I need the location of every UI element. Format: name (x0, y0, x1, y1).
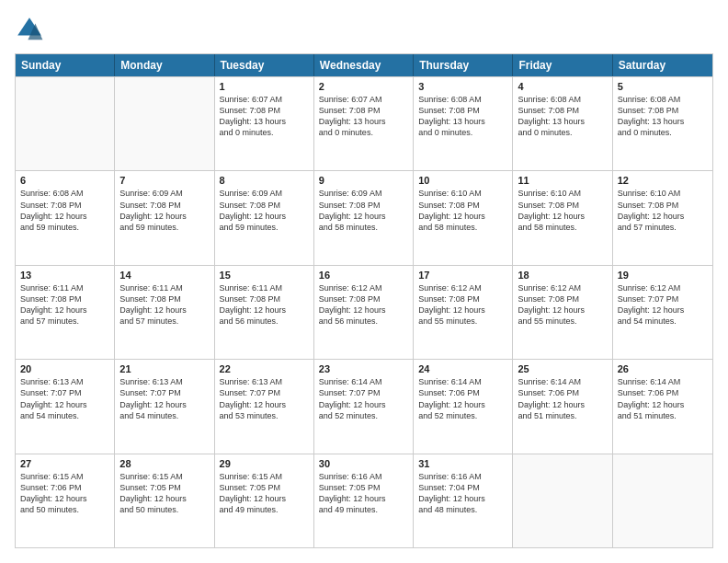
calendar-cell: 7Sunrise: 6:09 AMSunset: 7:08 PMDaylight… (115, 171, 214, 264)
cell-detail: Sunrise: 6:12 AM (319, 282, 408, 293)
cell-detail: Sunset: 7:08 PM (518, 105, 607, 116)
cell-detail: Daylight: 13 hours (618, 116, 708, 127)
cell-detail: Sunrise: 6:11 AM (220, 282, 309, 293)
day-number: 11 (518, 175, 607, 186)
cell-detail: Sunrise: 6:16 AM (418, 471, 507, 482)
day-number: 4 (518, 81, 607, 92)
day-number: 27 (20, 458, 109, 469)
cell-detail: Sunrise: 6:12 AM (418, 282, 507, 293)
cell-detail: Sunset: 7:07 PM (20, 387, 109, 398)
day-number: 18 (518, 270, 607, 281)
day-number: 9 (319, 175, 408, 186)
weekday-header: Saturday (613, 54, 712, 76)
cell-detail: and 50 minutes. (119, 504, 209, 515)
calendar-cell: 4Sunrise: 6:08 AMSunset: 7:08 PMDaylight… (513, 77, 612, 170)
calendar-cell: 24Sunrise: 6:14 AMSunset: 7:06 PMDayligh… (414, 360, 513, 453)
day-number: 23 (319, 363, 408, 374)
cell-detail: and 0 minutes. (618, 127, 708, 138)
cell-detail: and 58 minutes. (319, 222, 408, 233)
cell-detail: Sunset: 7:08 PM (418, 200, 507, 211)
cell-detail: Daylight: 12 hours (119, 211, 209, 222)
calendar-cell (16, 77, 115, 170)
cell-detail: and 56 minutes. (319, 316, 408, 327)
cell-detail: and 55 minutes. (518, 316, 607, 327)
cell-detail: Daylight: 12 hours (119, 304, 209, 316)
calendar-week-row: 20Sunrise: 6:13 AMSunset: 7:07 PMDayligh… (16, 359, 712, 453)
cell-detail: Sunrise: 6:14 AM (618, 376, 708, 387)
cell-detail: Daylight: 12 hours (119, 493, 209, 504)
calendar-cell: 27Sunrise: 6:15 AMSunset: 7:06 PMDayligh… (16, 454, 115, 547)
cell-detail: Sunset: 7:07 PM (119, 387, 209, 398)
calendar-cell: 11Sunrise: 6:10 AMSunset: 7:08 PMDayligh… (513, 171, 612, 264)
cell-detail: Sunset: 7:08 PM (220, 200, 309, 211)
cell-detail: Sunrise: 6:07 AM (220, 94, 309, 105)
cell-detail: Daylight: 12 hours (220, 399, 309, 410)
calendar-cell: 21Sunrise: 6:13 AMSunset: 7:07 PMDayligh… (115, 360, 214, 453)
cell-detail: Sunset: 7:08 PM (618, 200, 708, 211)
cell-detail: and 58 minutes. (418, 222, 507, 233)
cell-detail: Daylight: 12 hours (618, 211, 708, 222)
calendar-cell: 19Sunrise: 6:12 AMSunset: 7:07 PMDayligh… (613, 266, 712, 359)
cell-detail: Sunrise: 6:13 AM (220, 376, 309, 387)
day-number: 31 (418, 458, 507, 469)
cell-detail: Daylight: 13 hours (418, 116, 507, 127)
day-number: 29 (220, 458, 309, 469)
cell-detail: Sunset: 7:08 PM (319, 293, 408, 304)
cell-detail: Daylight: 12 hours (119, 399, 209, 410)
cell-detail: Sunrise: 6:15 AM (220, 471, 309, 482)
cell-detail: and 52 minutes. (319, 410, 408, 421)
cell-detail: Sunset: 7:06 PM (518, 387, 607, 398)
cell-detail: and 0 minutes. (518, 127, 607, 138)
cell-detail: Sunset: 7:08 PM (220, 293, 309, 304)
cell-detail: Daylight: 12 hours (319, 211, 408, 222)
calendar-cell: 13Sunrise: 6:11 AMSunset: 7:08 PMDayligh… (16, 266, 115, 359)
cell-detail: Sunset: 7:08 PM (518, 293, 607, 304)
cell-detail: and 48 minutes. (418, 504, 507, 515)
cell-detail: Sunset: 7:08 PM (618, 105, 708, 116)
day-number: 15 (220, 270, 309, 281)
calendar-cell: 23Sunrise: 6:14 AMSunset: 7:07 PMDayligh… (314, 360, 414, 453)
cell-detail: and 59 minutes. (119, 222, 209, 233)
cell-detail: and 54 minutes. (618, 316, 708, 327)
calendar-cell: 8Sunrise: 6:09 AMSunset: 7:08 PMDaylight… (215, 171, 314, 264)
weekday-header: Wednesday (314, 54, 414, 76)
logo (15, 15, 50, 44)
cell-detail: and 49 minutes. (319, 504, 408, 515)
cell-detail: Daylight: 12 hours (220, 211, 309, 222)
calendar-cell: 16Sunrise: 6:12 AMSunset: 7:08 PMDayligh… (314, 266, 414, 359)
day-number: 19 (618, 270, 708, 281)
calendar-cell: 17Sunrise: 6:12 AMSunset: 7:08 PMDayligh… (414, 266, 513, 359)
cell-detail: Sunset: 7:06 PM (418, 387, 507, 398)
cell-detail: Sunset: 7:07 PM (618, 293, 708, 304)
day-number: 21 (119, 363, 209, 374)
cell-detail: Sunrise: 6:13 AM (20, 376, 109, 387)
cell-detail: Sunrise: 6:16 AM (319, 471, 408, 482)
calendar-cell: 1Sunrise: 6:07 AMSunset: 7:08 PMDaylight… (215, 77, 314, 170)
calendar-week-row: 13Sunrise: 6:11 AMSunset: 7:08 PMDayligh… (16, 265, 712, 359)
cell-detail: Sunrise: 6:15 AM (20, 471, 109, 482)
cell-detail: and 59 minutes. (20, 222, 109, 233)
weekday-header: Sunday (16, 54, 115, 76)
cell-detail: Sunrise: 6:12 AM (518, 282, 607, 293)
cell-detail: Daylight: 12 hours (518, 211, 607, 222)
weekday-header: Thursday (414, 54, 513, 76)
day-number: 14 (119, 270, 209, 281)
cell-detail: Sunrise: 6:07 AM (319, 94, 408, 105)
calendar-week-row: 6Sunrise: 6:08 AMSunset: 7:08 PMDaylight… (16, 170, 712, 264)
cell-detail: Sunrise: 6:11 AM (20, 282, 109, 293)
cell-detail: Daylight: 12 hours (319, 493, 408, 504)
cell-detail: Daylight: 13 hours (319, 116, 408, 127)
cell-detail: Daylight: 12 hours (319, 399, 408, 410)
cell-detail: Sunrise: 6:13 AM (119, 376, 209, 387)
cell-detail: and 53 minutes. (220, 410, 309, 421)
cell-detail: Sunrise: 6:12 AM (618, 282, 708, 293)
cell-detail: Sunset: 7:07 PM (220, 387, 309, 398)
day-number: 7 (119, 175, 209, 186)
calendar: SundayMondayTuesdayWednesdayThursdayFrid… (15, 53, 713, 548)
calendar-header: SundayMondayTuesdayWednesdayThursdayFrid… (16, 54, 712, 76)
day-number: 10 (418, 175, 507, 186)
cell-detail: Daylight: 12 hours (20, 211, 109, 222)
cell-detail: Sunrise: 6:09 AM (220, 188, 309, 199)
weekday-header: Friday (513, 54, 612, 76)
cell-detail: Sunrise: 6:09 AM (119, 188, 209, 199)
